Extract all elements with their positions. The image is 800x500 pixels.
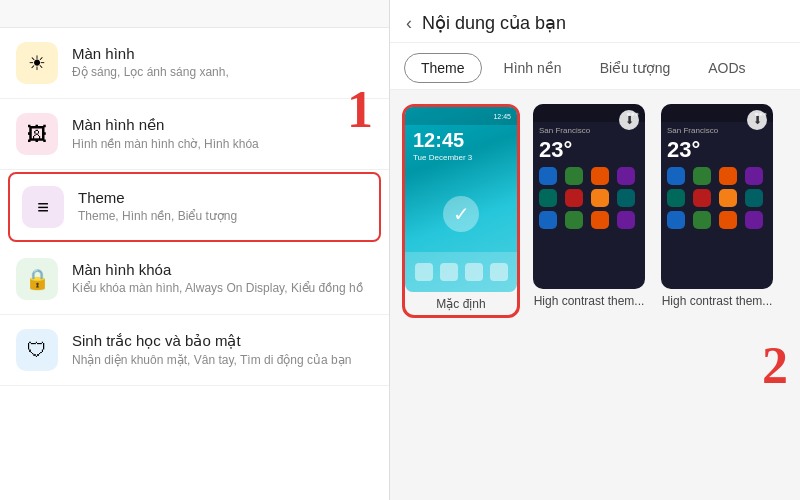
theme-panel: ‹ Nội dung của bạn ThemeHình nềnBiểu tượ… [390,0,800,500]
theme-subtitle: Theme, Hình nền, Biểu tượng [78,209,237,225]
panel-header: ‹ Nội dung của bạn [390,0,800,43]
settings-panel: ☀Màn hìnhĐộ sáng, Lọc ánh sáng xanh,🖼Màn… [0,0,390,500]
theme-text: ThemeTheme, Hình nền, Biểu tượng [78,189,237,225]
step-2-number: 2 [390,340,800,392]
man-hinh-nen-text: Màn hình nềnHình nền màn hình chờ, Hình … [72,116,259,153]
settings-item-sinh-trac-hoc[interactable]: 🛡Sinh trắc học và bảo mậtNhận diện khuôn… [0,315,389,386]
top-bar [0,0,389,28]
man-hinh-nen-subtitle: Hình nền màn hình chờ, Hình khóa [72,137,259,153]
man-hinh-nen-title: Màn hình nền [72,116,259,134]
tab-hinh-nen[interactable]: Hình nền [488,54,578,82]
sinh-trac-hoc-title: Sinh trắc học và bảo mật [72,332,351,350]
theme-preview-high-contrast-2: ●●● San Francisco 23° [661,104,773,289]
man-hinh-khoa-icon: 🔒 [16,258,58,300]
theme-preview-mac-dinh: 12:45 12:45 Tue December 3 ✓ [405,107,517,292]
man-hinh-khoa-subtitle: Kiểu khóa màn hình, Always On Display, K… [72,281,363,297]
settings-item-man-hinh-khoa[interactable]: 🔒Màn hình khóaKiểu khóa màn hình, Always… [0,244,389,315]
theme-name-high-contrast-2: High contrast them... [662,294,773,308]
theme-name-high-contrast-1: High contrast them... [534,294,645,308]
man-hinh-subtitle: Độ sáng, Lọc ánh sáng xanh, [72,65,229,81]
settings-list: ☀Màn hìnhĐộ sáng, Lọc ánh sáng xanh,🖼Màn… [0,28,389,386]
man-hinh-khoa-text: Màn hình khóaKiểu khóa màn hình, Always … [72,261,363,297]
sinh-trac-hoc-text: Sinh trắc học và bảo mậtNhận diện khuôn … [72,332,351,369]
man-hinh-text: Màn hìnhĐộ sáng, Lọc ánh sáng xanh, [72,45,229,81]
themes-grid: 12:45 12:45 Tue December 3 ✓ Mặc định ●●… [390,90,800,332]
theme-name-mac-dinh: Mặc định [436,297,485,311]
theme-title: Theme [78,189,237,206]
tab-bieu-tuong[interactable]: Biểu tượng [584,54,687,82]
settings-item-man-hinh[interactable]: ☀Màn hìnhĐộ sáng, Lọc ánh sáng xanh, [0,28,389,99]
settings-item-man-hinh-nen[interactable]: 🖼Màn hình nềnHình nền màn hình chờ, Hình… [0,99,389,170]
theme-icon: ≡ [22,186,64,228]
tabs-bar: ThemeHình nềnBiểu tượngAODs [390,43,800,90]
panel-title: Nội dung của bạn [422,12,566,34]
theme-preview-high-contrast-1: ●●● San Francisco 23° [533,104,645,289]
sinh-trac-hoc-icon: 🛡 [16,329,58,371]
theme-card-mac-dinh[interactable]: 12:45 12:45 Tue December 3 ✓ Mặc định [402,104,520,318]
tab-theme[interactable]: Theme [404,53,482,83]
settings-item-theme[interactable]: ≡ThemeTheme, Hình nền, Biểu tượng [8,172,381,242]
back-button[interactable]: ‹ [406,13,412,34]
theme-card-high-contrast-1[interactable]: ●●● San Francisco 23° [530,104,648,318]
man-hinh-icon: ☀ [16,42,58,84]
man-hinh-title: Màn hình [72,45,229,62]
tab-aods[interactable]: AODs [692,54,761,82]
sinh-trac-hoc-subtitle: Nhận diện khuôn mặt, Vân tay, Tìm di độn… [72,353,351,369]
theme-card-high-contrast-2[interactable]: ●●● San Francisco 23° [658,104,776,318]
man-hinh-khoa-title: Màn hình khóa [72,261,363,278]
man-hinh-nen-icon: 🖼 [16,113,58,155]
step-1-number: 1 [347,80,373,139]
